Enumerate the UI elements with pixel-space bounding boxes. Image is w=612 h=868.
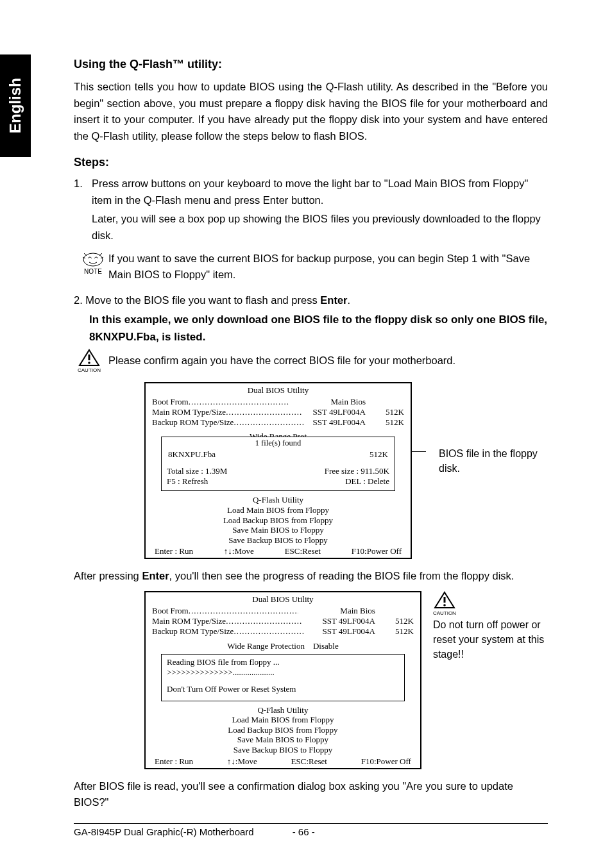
util2-boot-value: Main Bios — [298, 606, 375, 616]
after1-pre: After pressing — [74, 570, 142, 581]
util2-status-enter: Enter : Run — [155, 756, 193, 767]
step-2-enter: Enter — [320, 294, 347, 306]
side-caution-icon: CAUTION — [433, 591, 456, 616]
util2-warn-text: Don't Turn Off Power or Reset System — [167, 684, 399, 694]
util1-popup: 1 file(s) found 8KNXPU.Fba 512K Total si… — [161, 437, 395, 491]
caution-icon: CAUTION — [74, 349, 105, 373]
after2-text: After BIOS file is read, you'll see a co… — [74, 778, 548, 811]
util1-del: DEL : Delete — [345, 476, 389, 487]
util1-menu-load-main: Load Main BIOS from Floppy — [146, 505, 411, 515]
step-2-text: 2. Move to the BIOS file you want to fla… — [74, 294, 320, 306]
util1-file-size: 512K — [370, 449, 388, 460]
step-1-text: Press arrow buttons on your keyboard to … — [92, 176, 548, 208]
footer-page-number: - 66 - — [293, 826, 315, 837]
util2-menu-load-main: Load Main BIOS from Floppy — [146, 715, 420, 725]
svg-point-6 — [443, 604, 446, 606]
util1-free-size: Free size : 911.50K — [325, 466, 389, 476]
heading-using-qflash: Using the Q-Flash™ utility: — [74, 58, 548, 71]
util1-backup-label: Backup ROM Type/Size — [152, 417, 234, 428]
util1-f5: F5 : Refresh — [167, 476, 208, 487]
util2-reading-text: Reading BIOS file from floppy ... — [167, 657, 399, 667]
util1-backup-size: 512K — [366, 417, 404, 428]
util2-menu-save-backup: Save Backup BIOS to Floppy — [146, 745, 420, 755]
step-2-end: . — [347, 294, 350, 306]
util1-boot-value: Main Bios — [289, 397, 366, 407]
util2-backup-size: 512K — [375, 626, 414, 637]
util1-status-enter: Enter : Run — [155, 546, 193, 556]
util1-status-move: ↑↓:Move — [224, 546, 254, 556]
footer-model: GA-8I945P Dual Graphic(-R) Motherboard — [74, 826, 254, 837]
util2-progress-box: Reading BIOS file from floppy ... >>>>>>… — [161, 654, 405, 701]
language-tab: English — [0, 54, 31, 157]
util1-menu-save-main: Save Main BIOS to Floppy — [146, 525, 411, 535]
util2-title: Dual BIOS Utility — [146, 592, 420, 606]
after1-enter: Enter — [142, 570, 169, 581]
util2-main-value: SST 49LF004A — [322, 616, 375, 626]
util2-backup-value: SST 49LF004A — [322, 626, 375, 637]
note-icon: NOTE — [78, 251, 108, 275]
util2-boot-label: Boot From — [152, 606, 189, 616]
util2-progress-bar: >>>>>>>>>>>>>>.................... — [167, 667, 399, 678]
step-1-later: Later, you will see a box pop up showing… — [92, 211, 548, 244]
after1-post: , you'll then see the progress of readin… — [169, 570, 514, 581]
util1-boot-label: Boot From — [152, 397, 189, 407]
util1-main-value: SST 49LF004A — [313, 407, 366, 417]
util1-qflash-title: Q-Flash Utility — [146, 495, 411, 505]
util1-status-esc: ESC:Reset — [285, 546, 321, 556]
note-text: If you want to save the current BIOS for… — [108, 251, 548, 283]
util1-file-name: 8KNXPU.Fba — [168, 449, 216, 460]
side-warning-text: Do not turn off power or reset your syst… — [433, 617, 548, 662]
note-label: NOTE — [84, 268, 102, 275]
util2-qflash-title: Q-Flash Utility — [146, 705, 420, 715]
util2-status-f10: F10:Power Off — [361, 756, 411, 767]
callout-bios-file: BIOS file in the floppy disk. — [439, 446, 548, 476]
caution-label: CAUTION — [78, 367, 101, 373]
util1-main-label: Main ROM Type/Size — [152, 407, 226, 417]
util1-backup-value: SST 49LF004A — [313, 417, 366, 428]
steps-heading: Steps: — [74, 156, 548, 169]
caution-text: Please confirm again you have the correc… — [108, 353, 548, 369]
util2-main-label: Main ROM Type/Size — [152, 616, 226, 626]
util1-popup-title: 1 file(s) found — [167, 438, 389, 448]
bios-utility-box-2: Dual BIOS Utility Boot From.............… — [144, 591, 421, 769]
util2-backup-label: Backup ROM Type/Size — [152, 626, 234, 637]
util1-status-f10: F10:Power Off — [352, 546, 402, 556]
util2-status-esc: ESC:Reset — [291, 756, 327, 767]
util2-wide-value: Disable — [313, 641, 339, 651]
util2-wide-label: Wide Range Protection — [227, 641, 305, 651]
side-caution-label: CAUTION — [433, 610, 456, 616]
bios-utility-box-1: Dual BIOS Utility Boot From.............… — [144, 382, 412, 560]
util2-menu-save-main: Save Main BIOS to Floppy — [146, 735, 420, 745]
util1-main-size: 512K — [366, 407, 404, 417]
util2-menu-load-backup: Load Backup BIOS from Floppy — [146, 725, 420, 735]
svg-point-3 — [88, 362, 90, 364]
util1-title: Dual BIOS Utility — [146, 383, 411, 397]
util1-menu-save-backup: Save Backup BIOS to Floppy — [146, 535, 411, 546]
util2-status-move: ↑↓:Move — [227, 756, 257, 767]
util2-main-size: 512K — [375, 616, 414, 626]
step-1-number: 1. — [74, 176, 92, 208]
intro-paragraph: This section tells you how to update BIO… — [74, 79, 548, 144]
util1-menu-load-backup: Load Backup BIOS from Floppy — [146, 515, 411, 526]
util1-total-size: Total size : 1.39M — [167, 466, 227, 476]
example-bold-note: In this example, we only download one BI… — [89, 311, 548, 346]
